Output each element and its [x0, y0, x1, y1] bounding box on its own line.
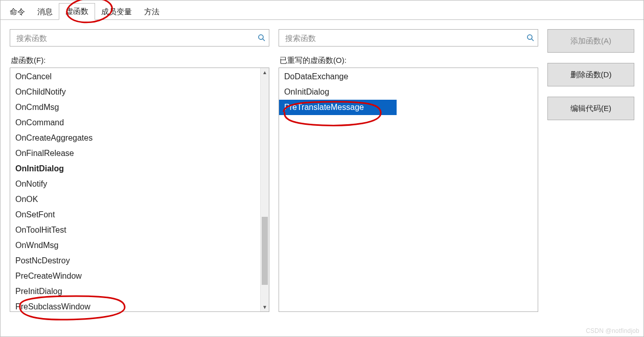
list-item[interactable]: PostNcDestroy	[10, 253, 269, 268]
list-item[interactable]: OnWndMsg	[10, 238, 269, 253]
right-section-label: 已重写的虚函数(O):	[280, 56, 538, 65]
scroll-up-icon[interactable]: ▲	[261, 68, 269, 77]
left-section-label: 虚函数(F):	[11, 56, 269, 65]
list-item[interactable]: OnOK	[10, 192, 269, 207]
search-left-input[interactable]	[15, 33, 258, 43]
scroll-track[interactable]	[261, 77, 269, 303]
list-item[interactable]: OnToolHitTest	[10, 222, 269, 238]
list-item[interactable]: OnNotify	[10, 176, 269, 192]
list-item[interactable]: OnSetFont	[10, 207, 269, 222]
list-item[interactable]: OnCreateAggregates	[10, 130, 269, 146]
delete-function-button[interactable]: 删除函数(D)	[547, 63, 634, 86]
search-icon	[526, 34, 535, 42]
list-item[interactable]: PreTranslateMessage	[279, 100, 397, 115]
watermark: CSDN @notfindjob	[586, 327, 639, 334]
tab-commands[interactable]: 命令	[4, 4, 31, 20]
button-column: 添加函数(A) 删除函数(D) 编辑代码(E)	[547, 29, 634, 312]
list-item[interactable]: PreCreateWindow	[10, 268, 269, 284]
svg-point-2	[527, 35, 532, 39]
scroll-thumb[interactable]	[262, 217, 268, 285]
list-item[interactable]: OnInitDialog	[10, 161, 269, 176]
tab-member-variables[interactable]: 成员变量	[95, 4, 138, 20]
list-item[interactable]: DoDataExchange	[279, 69, 538, 84]
tab-methods[interactable]: 方法	[138, 4, 166, 20]
left-column: 虚函数(F): OnCancelOnChildNotifyOnCmdMsgOnC…	[10, 29, 269, 312]
search-right[interactable]	[279, 29, 538, 47]
right-column: 已重写的虚函数(O): DoDataExchangeOnInitDialogPr…	[279, 29, 538, 312]
list-item[interactable]: OnCommand	[10, 115, 269, 130]
list-item[interactable]: OnCancel	[10, 69, 269, 84]
class-wizard-panel: 命令 消息 虚函数 成员变量 方法 虚函数(F): OnCancelOnChil…	[0, 0, 644, 337]
edit-code-button[interactable]: 编辑代码(E)	[547, 97, 634, 120]
tabstrip: 命令 消息 虚函数 成员变量 方法	[1, 1, 643, 20]
panel-body: 虚函数(F): OnCancelOnChildNotifyOnCmdMsgOnC…	[1, 20, 643, 312]
list-item[interactable]: PreInitDialog	[10, 284, 269, 299]
list-item[interactable]: OnChildNotify	[10, 84, 269, 100]
tab-messages[interactable]: 消息	[31, 4, 59, 20]
list-item[interactable]: OnCmdMsg	[10, 100, 269, 115]
scrollbar[interactable]: ▲ ▼	[260, 68, 269, 311]
add-function-button[interactable]: 添加函数(A)	[547, 29, 634, 53]
svg-line-3	[532, 39, 534, 41]
svg-line-1	[263, 39, 265, 41]
scroll-down-icon[interactable]: ▼	[261, 303, 269, 311]
list-item[interactable]: PreSubclassWindow	[10, 299, 269, 312]
search-left[interactable]	[10, 29, 269, 47]
svg-point-0	[259, 35, 263, 39]
list-item[interactable]: OnInitDialog	[279, 84, 538, 100]
search-icon	[258, 34, 266, 42]
search-right-input[interactable]	[284, 33, 526, 43]
overridden-functions-list[interactable]: DoDataExchangeOnInitDialogPreTranslateMe…	[279, 68, 538, 312]
tab-virtual-functions[interactable]: 虚函数	[59, 3, 95, 20]
virtual-functions-list[interactable]: OnCancelOnChildNotifyOnCmdMsgOnCommandOn…	[10, 68, 269, 312]
list-item[interactable]: OnFinalRelease	[10, 146, 269, 161]
